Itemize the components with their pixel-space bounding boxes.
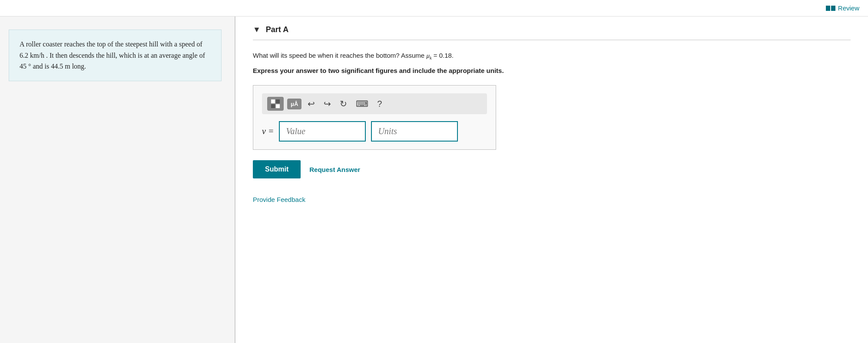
matrix-icon bbox=[271, 99, 280, 109]
symbol-label: μÅ bbox=[291, 101, 298, 107]
keyboard-icon: ⌨ bbox=[356, 99, 368, 109]
left-panel: A roller coaster reaches the top of the … bbox=[0, 16, 235, 343]
answer-container: μÅ ↩ ↪ ↻ ⌨ bbox=[253, 85, 496, 150]
svg-rect-3 bbox=[276, 104, 280, 108]
top-bar: Review bbox=[0, 0, 868, 16]
length-unit: m bbox=[65, 63, 70, 70]
part-title: Part A bbox=[266, 25, 288, 34]
review-label: Review bbox=[838, 4, 859, 12]
help-button[interactable]: ? bbox=[374, 97, 384, 111]
problem-box: A roller coaster reaches the top of the … bbox=[9, 30, 222, 81]
redo-icon: ↪ bbox=[324, 99, 331, 109]
refresh-icon: ↻ bbox=[340, 99, 347, 109]
matrix-button[interactable] bbox=[267, 97, 284, 111]
speed-unit: km/h bbox=[30, 52, 44, 59]
svg-rect-1 bbox=[276, 99, 280, 103]
undo-button[interactable]: ↩ bbox=[305, 97, 318, 111]
symbol-button[interactable]: μÅ bbox=[287, 99, 301, 109]
equation-label: v = bbox=[262, 126, 274, 136]
submit-button[interactable]: Submit bbox=[253, 160, 301, 178]
redo-button[interactable]: ↪ bbox=[321, 97, 334, 111]
feedback-link[interactable]: Provide Feedback bbox=[253, 196, 305, 203]
refresh-button[interactable]: ↻ bbox=[337, 97, 350, 111]
main-layout: A roller coaster reaches the top of the … bbox=[0, 16, 868, 343]
problem-text: A roller coaster reaches the top of the … bbox=[20, 39, 211, 72]
part-header: ▼ Part A bbox=[253, 25, 851, 40]
review-link[interactable]: Review bbox=[826, 4, 859, 12]
mu-symbol: μk bbox=[426, 52, 431, 59]
buttons-row: Submit Request Answer bbox=[253, 160, 851, 178]
keyboard-button[interactable]: ⌨ bbox=[353, 97, 371, 111]
instruction-text: Express your answer to two significant f… bbox=[253, 66, 851, 76]
answer-row: v = bbox=[262, 121, 487, 142]
svg-rect-0 bbox=[271, 99, 275, 103]
question-text: What will its speed be when it reaches t… bbox=[253, 51, 851, 62]
help-icon: ? bbox=[377, 99, 382, 109]
value-input[interactable] bbox=[279, 121, 366, 142]
review-icon bbox=[826, 6, 835, 11]
right-panel: ▼ Part A What will its speed be when it … bbox=[235, 16, 868, 343]
undo-icon: ↩ bbox=[308, 99, 315, 109]
request-answer-link[interactable]: Request Answer bbox=[309, 166, 360, 173]
toolbar: μÅ ↩ ↪ ↻ ⌨ bbox=[262, 93, 487, 114]
svg-rect-2 bbox=[271, 104, 275, 108]
units-input[interactable] bbox=[371, 121, 458, 142]
collapse-arrow-icon[interactable]: ▼ bbox=[253, 25, 261, 34]
